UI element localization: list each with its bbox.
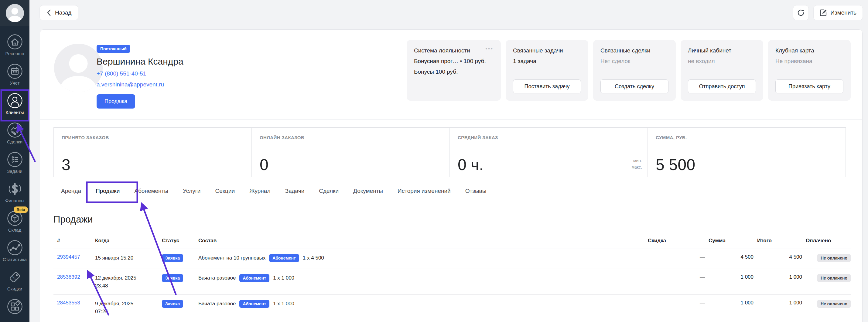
checklist-icon: [7, 151, 23, 168]
tabs-divider: [40, 203, 862, 203]
handshake-icon: [7, 122, 23, 138]
sidebar-item-Финансы[interactable]: Финансы: [0, 181, 29, 203]
paid-status-badge: Не оплачено: [817, 254, 851, 262]
info-card-title: Личный кабинет: [688, 47, 731, 54]
section-title: Продажи: [54, 214, 93, 225]
client-avatar: [54, 44, 103, 92]
order-compose-cell: Бачата разовоеАбонемент1 х 1 000: [195, 294, 644, 320]
info-card: Связанные сделкиНет сделокСоздать сделку: [593, 40, 676, 101]
refresh-button[interactable]: [793, 5, 808, 20]
tab-Продажи[interactable]: Продажи: [96, 188, 120, 194]
sidebar: РесепшнУчетКлиентыСделкиЗадачиФинансыBet…: [0, 0, 29, 322]
tab-Аренда[interactable]: Аренда: [61, 188, 81, 194]
sidebar-item-apps[interactable]: [0, 298, 29, 315]
stats-chart-icon: [7, 240, 23, 256]
order-link[interactable]: 28538392: [57, 274, 80, 280]
sidebar-item-Задачи[interactable]: Задачи: [0, 151, 29, 174]
order-link[interactable]: 29394457: [57, 254, 80, 260]
col-header: Скидка: [644, 238, 705, 249]
info-card-status: не входил: [688, 58, 756, 65]
back-button[interactable]: Назад: [40, 5, 78, 20]
sales-table: #КогдаСтатусСоставСкидкаСуммаИтогоОплаче…: [54, 238, 851, 320]
tab-Секции[interactable]: Секции: [215, 188, 235, 194]
sidebar-item-Клиенты[interactable]: Клиенты: [0, 93, 29, 115]
tab-Документы[interactable]: Документы: [353, 188, 383, 194]
info-card: Личный кабинетне входилОтправить доступ: [681, 40, 763, 101]
sale-button[interactable]: Продажа: [97, 94, 135, 109]
info-card-title: Клубная карта: [775, 47, 814, 54]
clients-icon: [7, 93, 23, 109]
tabs-bar: АрендаПродажиАбонементыУслугиСекцииЖурна…: [61, 182, 486, 200]
stats-row: ПРИНЯТО ЗАКАЗОВ3ОНЛАЙН ЗАКАЗОВ0СРЕДНИЙ З…: [54, 127, 846, 177]
info-card: Клубная картаНе привязанаПривязать карту: [768, 40, 851, 101]
sum-cell: 4 500: [705, 249, 753, 269]
tab-Услуги[interactable]: Услуги: [183, 188, 200, 194]
order-status-cell: Заявка: [158, 269, 195, 295]
user-avatar-icon[interactable]: [6, 4, 24, 22]
compose-content: Бачата разовоеАбонемент1 х 1 000: [198, 274, 644, 282]
order-compose-cell: Абонемент на 10 групповыхАбонемент1 х 4 …: [195, 249, 644, 269]
tab-Журнал[interactable]: Журнал: [249, 188, 270, 194]
stat-cell: ОНЛАЙН ЗАКАЗОВ0: [251, 128, 450, 177]
edit-label: Изменить: [830, 9, 857, 16]
stat-label: СРЕДНИЙ ЗАКАЗ: [458, 135, 648, 140]
col-header: Сумма: [705, 238, 753, 249]
item-name: Бачата разовое: [198, 275, 236, 281]
sidebar-item-Статистика[interactable]: Статистика: [0, 240, 29, 262]
tab-Задачи[interactable]: Задачи: [285, 188, 304, 194]
order-id-cell: 29394457: [54, 249, 91, 269]
stat-label: ОНЛАЙН ЗАКАЗОВ: [260, 135, 450, 140]
tab-Абонементы[interactable]: Абонементы: [134, 188, 168, 194]
stat-cell: СУММА, РУБ.5 500: [648, 128, 845, 177]
sidebar-item-Скидки[interactable]: SALEСкидки: [0, 269, 29, 291]
info-card-button[interactable]: Создать сделку: [600, 79, 669, 94]
tab-История изменений[interactable]: История изменений: [398, 188, 451, 194]
paid-cell: Не оплачено: [802, 249, 851, 269]
refresh-icon: [797, 9, 805, 17]
order-status-cell: Заявка: [158, 249, 195, 269]
info-card-button[interactable]: Поставить задачу: [513, 79, 581, 94]
col-header: Состав: [195, 238, 644, 249]
client-email-link[interactable]: a.vershinina@appevent.ru: [97, 81, 164, 88]
info-card-button[interactable]: Привязать карту: [775, 79, 843, 94]
item-type-badge: Абонемент: [239, 274, 269, 282]
order-date-cell: 12 декабря, 202523:48: [91, 269, 158, 295]
sidebar-item-label: Склад: [8, 227, 21, 232]
info-card-header: Личный кабинет: [688, 47, 756, 54]
order-link[interactable]: 28453553: [57, 300, 80, 306]
ellipsis-menu-icon[interactable]: •••: [485, 47, 494, 50]
sidebar-item-label: Клиенты: [5, 110, 24, 115]
chevron-left-icon: [46, 9, 51, 16]
col-header: #: [54, 238, 91, 249]
stat-value: 5 500: [656, 157, 845, 173]
back-label: Назад: [55, 9, 71, 16]
info-card-status: 1 задача: [513, 58, 581, 65]
order-date-line: 07:24: [95, 308, 158, 316]
sidebar-item-Склад[interactable]: BetaСклад: [0, 210, 29, 232]
discount-cell: —: [644, 269, 705, 295]
apps-grid-icon: [7, 298, 23, 315]
item-name: Бачата разовое: [198, 301, 236, 307]
info-card: Система лояльности•••Бонусная прог… • 10…: [407, 40, 501, 101]
status-badge: Заявка: [162, 274, 183, 282]
main-panel: Постоянный Вершинина Ксандра +7 (800) 55…: [40, 29, 863, 322]
edit-button[interactable]: Изменить: [814, 5, 863, 20]
status-badge: Заявка: [162, 254, 183, 262]
sidebar-item-label: Учет: [10, 80, 20, 85]
client-phone-link[interactable]: +7 (800) 551-40-51: [97, 70, 146, 77]
sidebar-item-Ресепшн[interactable]: Ресепшн: [0, 34, 29, 56]
tab-Сделки[interactable]: Сделки: [319, 188, 339, 194]
stat-min-max: мин.макс.: [631, 158, 642, 171]
stat-cell: СРЕДНИЙ ЗАКАЗ0 ч.мин.макс.: [450, 128, 648, 177]
info-card-line: Бонусы 100 руб.: [414, 69, 494, 75]
sidebar-item-Учет[interactable]: Учет: [0, 63, 29, 85]
sidebar-item-label: Скидки: [7, 286, 22, 291]
info-card-header: Клубная карта: [775, 47, 843, 54]
info-card-button[interactable]: Отправить доступ: [688, 79, 756, 94]
sidebar-item-Сделки[interactable]: Сделки: [0, 122, 29, 144]
discount-cell: —: [644, 249, 705, 269]
info-card-line: Бонусная прог… • 100 руб.: [414, 58, 494, 65]
info-card-status: Не привязана: [775, 58, 843, 65]
tab-Отзывы[interactable]: Отзывы: [465, 188, 487, 194]
order-date-line: 15 января 15:20: [95, 254, 158, 262]
